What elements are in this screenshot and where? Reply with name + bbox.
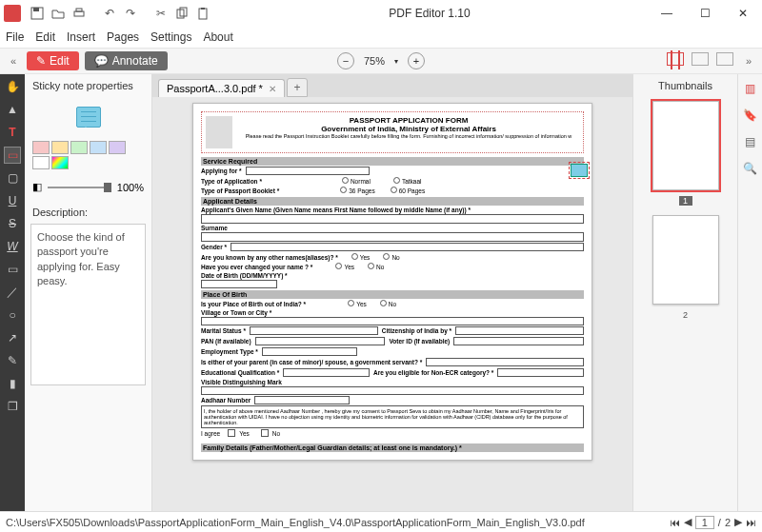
radio-aliases-no[interactable]: No xyxy=(391,254,399,261)
collapse-right-icon[interactable]: » xyxy=(741,52,756,69)
menu-insert[interactable]: Insert xyxy=(67,30,95,44)
field-aadhaar[interactable] xyxy=(254,396,350,404)
arrow-tool-icon[interactable]: ↗ xyxy=(4,329,21,346)
radio-changed-no[interactable]: No xyxy=(376,264,384,270)
new-tab-button[interactable]: + xyxy=(287,78,308,97)
thumbnails-panel-icon[interactable]: ▥ xyxy=(742,80,759,97)
sticky-note-tool-icon[interactable]: ▭ xyxy=(4,147,21,164)
field-citizenship[interactable] xyxy=(455,326,584,335)
stamp-tool-icon[interactable]: ❐ xyxy=(4,398,21,415)
swatch-pink[interactable] xyxy=(32,141,50,154)
text-tool-icon[interactable]: T xyxy=(4,124,21,141)
field-given-name[interactable] xyxy=(201,214,584,224)
edit-label: Edit xyxy=(50,54,70,68)
document-page[interactable]: PASSPORT APPLICATION FORM Government of … xyxy=(192,103,592,461)
speech-icon: 💬 xyxy=(94,54,109,68)
attachments-panel-icon[interactable]: ▤ xyxy=(742,133,759,150)
field-parent-gov[interactable] xyxy=(426,358,584,366)
search-panel-icon[interactable]: 🔍 xyxy=(742,160,759,177)
swatch-custom-icon[interactable] xyxy=(51,156,69,169)
print-icon[interactable] xyxy=(70,5,88,22)
section-pob: Place Of Birth xyxy=(201,290,584,299)
hand-tool-icon[interactable]: ✋ xyxy=(4,78,21,95)
radio-changed-yes[interactable]: Yes xyxy=(344,264,354,270)
field-voter[interactable] xyxy=(453,337,584,345)
menu-file[interactable]: File xyxy=(6,30,24,44)
bookmarks-panel-icon[interactable]: 🔖 xyxy=(742,107,759,124)
menu-pages[interactable]: Pages xyxy=(107,30,139,44)
continuous-view-icon[interactable] xyxy=(716,52,733,66)
field-applying-for[interactable] xyxy=(246,167,370,175)
edit-mode-button[interactable]: ✎ Edit xyxy=(27,51,79,70)
swatch-white[interactable] xyxy=(32,156,50,169)
radio-pob-no[interactable]: No xyxy=(389,301,396,307)
field-village[interactable] xyxy=(201,317,584,325)
redo-icon[interactable]: ↷ xyxy=(122,5,139,22)
paste-icon[interactable] xyxy=(194,5,211,22)
label-village: Village or Town or City * xyxy=(201,309,271,316)
zoom-out-button[interactable]: − xyxy=(337,52,354,69)
radio-60pages[interactable]: 60 Pages xyxy=(399,187,425,194)
zoom-dropdown-icon[interactable]: ▾ xyxy=(394,57,398,66)
menu-edit[interactable]: Edit xyxy=(35,30,55,44)
radio-pob-yes[interactable]: Yes xyxy=(356,301,367,307)
thumbnail-page-2[interactable] xyxy=(652,215,719,305)
radio-tatkaal[interactable]: Tatkaal xyxy=(402,178,422,185)
swatch-yellow[interactable] xyxy=(51,141,69,154)
field-marks[interactable] xyxy=(201,386,584,395)
svg-rect-7 xyxy=(201,8,205,10)
tab-close-icon[interactable]: ✕ xyxy=(269,84,276,94)
sticky-note-annotation[interactable] xyxy=(571,164,588,177)
line-tool-icon[interactable]: ／ xyxy=(4,284,21,301)
undo-icon[interactable]: ↶ xyxy=(101,5,118,22)
field-edu[interactable] xyxy=(283,368,370,377)
last-page-icon[interactable]: ⏭ xyxy=(746,517,756,528)
first-page-icon[interactable]: ⏮ xyxy=(670,517,680,528)
rect-tool-icon[interactable]: ▭ xyxy=(4,261,21,278)
menu-about[interactable]: About xyxy=(203,30,232,44)
swatch-purple[interactable] xyxy=(109,141,126,154)
maximize-button[interactable]: ☐ xyxy=(686,0,724,27)
squiggly-tool-icon[interactable]: W xyxy=(4,238,21,255)
field-employment[interactable] xyxy=(262,347,357,356)
zoom-in-button[interactable]: + xyxy=(408,52,425,69)
circle-tool-icon[interactable]: ○ xyxy=(4,306,21,324)
two-page-view-icon[interactable] xyxy=(692,52,709,66)
checkbox-agree-yes[interactable] xyxy=(228,429,235,437)
field-surname[interactable] xyxy=(201,232,584,242)
highlight-tool-icon[interactable]: ▮ xyxy=(4,375,21,392)
checkbox-agree-no[interactable] xyxy=(261,429,269,437)
underline-tool-icon[interactable]: U xyxy=(4,192,21,209)
minimize-button[interactable]: — xyxy=(648,0,686,27)
swatch-green[interactable] xyxy=(70,141,88,154)
open-icon[interactable] xyxy=(50,5,67,22)
opacity-slider[interactable] xyxy=(48,187,111,188)
field-gender[interactable] xyxy=(231,243,584,251)
strikeout-tool-icon[interactable]: S xyxy=(4,215,21,232)
field-non-ecr[interactable] xyxy=(497,368,584,377)
annotate-mode-button[interactable]: 💬 Annotate xyxy=(85,51,168,70)
field-dob[interactable] xyxy=(201,280,277,288)
field-pan[interactable] xyxy=(255,337,386,345)
save-icon[interactable] xyxy=(29,5,46,22)
single-page-view-icon[interactable] xyxy=(667,52,684,66)
image-tool-icon[interactable]: ▢ xyxy=(4,169,21,187)
cut-icon[interactable]: ✂ xyxy=(152,5,170,22)
menu-settings[interactable]: Settings xyxy=(150,30,191,44)
field-marital[interactable] xyxy=(250,326,378,335)
collapse-left-icon[interactable]: « xyxy=(6,52,21,69)
description-textarea[interactable]: Choose the kind of passport you're apply… xyxy=(30,224,146,385)
pencil-tool-icon[interactable]: ✎ xyxy=(4,352,21,369)
thumbnail-page-1[interactable] xyxy=(652,101,719,190)
swatch-blue[interactable] xyxy=(90,141,107,154)
document-tab[interactable]: PassportA...3.0.pdf * ✕ xyxy=(158,79,285,97)
copy-icon[interactable] xyxy=(173,5,190,22)
prev-page-icon[interactable]: ◀ xyxy=(684,516,692,528)
next-page-icon[interactable]: ▶ xyxy=(734,516,742,528)
close-button[interactable]: ✕ xyxy=(724,0,762,27)
radio-aliases-yes[interactable]: Yes xyxy=(360,254,371,261)
page-input[interactable]: 1 xyxy=(695,516,714,529)
pointer-tool-icon[interactable]: ▲ xyxy=(4,101,21,118)
radio-36pages[interactable]: 36 Pages xyxy=(349,187,374,194)
radio-normal[interactable]: Normal xyxy=(351,178,371,185)
